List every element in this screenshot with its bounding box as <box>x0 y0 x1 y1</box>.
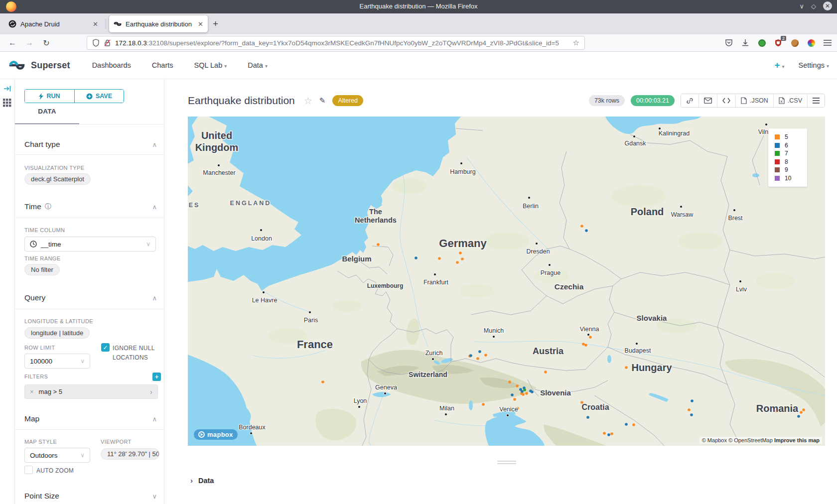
earthquake-point-mag5[interactable] <box>580 225 583 228</box>
earthquake-point-mag6[interactable] <box>690 413 693 416</box>
earthquake-point-mag5[interactable] <box>321 380 324 383</box>
new-tab-button[interactable]: + <box>213 18 218 29</box>
edit-properties-icon[interactable]: ✎ <box>319 96 326 105</box>
earthquake-point-mag5[interactable] <box>456 261 459 264</box>
legend-entry[interactable]: 9 <box>775 166 807 174</box>
earthquake-point-mag5[interactable] <box>625 366 628 369</box>
nav-item-charts[interactable]: Charts <box>152 61 173 69</box>
extension-icon-green[interactable] <box>757 38 766 47</box>
earthquake-point-mag6[interactable] <box>521 390 524 393</box>
downloads-icon[interactable] <box>741 38 750 47</box>
earthquake-point-mag6[interactable] <box>511 393 514 396</box>
earthquake-point-mag6[interactable] <box>607 433 610 436</box>
extension-icon-colorful[interactable] <box>807 38 816 47</box>
section-point-size[interactable]: Point Size∨ <box>24 492 157 501</box>
export-csv-button[interactable]: .CSV <box>773 94 807 107</box>
earthquake-point-mag5[interactable] <box>484 354 487 357</box>
earthquake-point-mag7[interactable] <box>523 388 526 391</box>
filter-chip[interactable]: × mag > 5 › <box>24 384 158 399</box>
earthquake-point-mag5[interactable] <box>482 403 485 406</box>
shield-icon[interactable] <box>92 39 100 47</box>
earthquake-point-mag6[interactable] <box>415 256 418 259</box>
section-time[interactable]: Timeⓘ∧ <box>24 202 157 211</box>
resize-handle[interactable] <box>497 461 516 466</box>
earthquake-point-mag5[interactable] <box>802 408 805 411</box>
superset-logo[interactable]: Superset <box>8 59 70 71</box>
earthquake-point-mag6[interactable] <box>586 416 589 419</box>
remove-filter-icon[interactable]: × <box>30 388 34 395</box>
add-chart-button[interactable]: +▾ <box>774 60 784 71</box>
auto-zoom-checkbox[interactable] <box>24 466 33 474</box>
bookmark-star-icon[interactable]: ☆ <box>573 38 579 47</box>
save-button[interactable]: SAVE <box>74 90 124 103</box>
forward-button[interactable]: → <box>22 38 37 47</box>
earthquake-point-mag5[interactable] <box>513 398 516 401</box>
legend-entry[interactable]: 6 <box>775 141 807 150</box>
earthquake-point-mag5[interactable] <box>377 243 380 246</box>
earthquake-point-mag6[interactable] <box>691 399 694 402</box>
back-button[interactable]: ← <box>5 38 20 47</box>
ignore-null-checkbox[interactable]: ✓ <box>101 343 110 352</box>
tab-apache-druid[interactable]: Apache Druid ✕ <box>4 15 103 32</box>
earthquake-point-mag5[interactable] <box>584 344 587 347</box>
row-limit-select[interactable]: 100000∨ <box>24 354 90 369</box>
minimize-icon[interactable]: ∨ <box>799 2 804 10</box>
earthquake-point-mag6[interactable] <box>625 423 628 426</box>
viz-type-value[interactable]: deck.gl Scatterplot <box>24 173 91 185</box>
earthquake-point-mag5[interactable] <box>476 357 479 360</box>
earthquake-point-mag5[interactable] <box>516 384 519 387</box>
legend-entry[interactable]: 10 <box>775 174 807 183</box>
earthquake-point-mag5[interactable] <box>438 257 441 260</box>
map-style-select[interactable]: Outdoors∨ <box>24 448 90 463</box>
pocket-icon[interactable] <box>724 38 733 47</box>
embed-code-button[interactable] <box>717 94 735 107</box>
dataset-grid-icon[interactable] <box>3 99 11 107</box>
time-range-value[interactable]: No filter <box>24 264 60 275</box>
altered-badge[interactable]: Altered <box>332 95 363 106</box>
insecure-lock-icon[interactable] <box>104 39 111 47</box>
section-chart-type[interactable]: Chart type∧ <box>24 140 157 149</box>
earthquake-point-mag5[interactable] <box>544 371 547 374</box>
time-column-select[interactable]: __time ∨ <box>24 237 156 252</box>
settings-menu[interactable]: Settings▾ <box>799 61 829 69</box>
copy-link-button[interactable] <box>681 94 698 107</box>
earthquake-point-mag6[interactable] <box>585 229 588 232</box>
earthquake-point-mag5[interactable] <box>522 393 525 396</box>
url-bar[interactable]: 172.18.0.3:32108/superset/explore/?form_… <box>87 36 585 50</box>
legend-entry[interactable]: 8 <box>775 158 807 166</box>
more-options-button[interactable] <box>807 94 825 107</box>
earthquake-point-mag5[interactable] <box>582 343 585 346</box>
earthquake-point-mag6[interactable] <box>797 415 800 418</box>
email-button[interactable] <box>698 94 717 107</box>
earthquake-point-mag6[interactable] <box>531 390 534 393</box>
mapbox-logo[interactable]: ➤mapbox <box>194 429 238 440</box>
earthquake-point-mag5[interactable] <box>610 432 613 435</box>
ublock-icon[interactable]: 2 <box>774 38 783 47</box>
menu-icon[interactable] <box>823 38 832 47</box>
tab-close-icon[interactable]: ✕ <box>93 20 98 28</box>
earthquake-point-mag5[interactable] <box>459 252 462 254</box>
add-filter-button[interactable]: + <box>152 373 161 381</box>
nav-item-sql-lab[interactable]: SQL Lab▾ <box>194 61 227 69</box>
cookie-extension-icon[interactable] <box>790 38 799 47</box>
earthquake-point-mag5[interactable] <box>525 392 528 395</box>
maximize-icon[interactable]: ◇ <box>811 2 816 10</box>
earthquake-point-mag5[interactable] <box>632 423 635 426</box>
expand-panel-icon[interactable] <box>3 85 11 93</box>
tab-earthquake-distribution[interactable]: Earthquake distribution ✕ <box>109 15 208 32</box>
earthquake-point-mag5[interactable] <box>603 432 606 435</box>
reload-button[interactable]: ↻ <box>39 38 54 48</box>
earthquake-point-mag5[interactable] <box>508 380 511 383</box>
earthquake-point-mag5[interactable] <box>800 411 803 414</box>
earthquake-point-mag5[interactable] <box>461 257 464 260</box>
viewport-value[interactable]: 11° 28' 29.70" | 50... <box>101 448 159 460</box>
section-map[interactable]: Map∧ <box>24 414 157 423</box>
legend-entry[interactable]: 7 <box>775 149 807 158</box>
nav-item-data[interactable]: Data▾ <box>248 61 268 69</box>
deckgl-map[interactable]: UnitedKingdomENGLANDESTheNetherlandsBelg… <box>188 117 825 446</box>
run-button[interactable]: RUN <box>25 90 74 103</box>
improve-map-link[interactable]: Improve this map <box>774 437 820 443</box>
favorite-star-icon[interactable]: ☆ <box>304 95 312 107</box>
nav-item-dashboards[interactable]: Dashboards <box>92 61 131 69</box>
earthquake-point-mag5[interactable] <box>688 408 691 411</box>
